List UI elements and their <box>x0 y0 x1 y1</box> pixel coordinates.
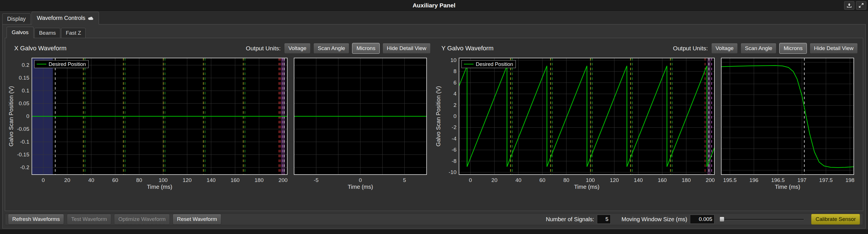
moving-window-size-input[interactable] <box>690 215 714 224</box>
svg-text:-8: -8 <box>452 158 457 164</box>
svg-text:80: 80 <box>563 177 569 183</box>
svg-text:20: 20 <box>64 177 70 183</box>
svg-text:120: 120 <box>610 177 619 183</box>
svg-text:Desired Position: Desired Position <box>49 61 86 67</box>
tab-display-label: Display <box>7 15 26 22</box>
y-voltage-button[interactable]: Voltage <box>711 43 738 54</box>
x-hide-detail-view-button[interactable]: Hide Detail View <box>382 43 431 54</box>
svg-text:0: 0 <box>26 113 29 119</box>
x-galvo-main-chart: 0204060801001201401601802000.20.150.10.0… <box>7 55 289 191</box>
svg-text:100: 100 <box>586 177 595 183</box>
x-scan-angle-button[interactable]: Scan Angle <box>313 43 349 54</box>
y-scan-angle-button[interactable]: Scan Angle <box>741 43 776 54</box>
y-galvo-panel: Y Galvo Waveform Output Units: Voltage S… <box>434 42 859 211</box>
svg-text:Galvo Scan Position (V): Galvo Scan Position (V) <box>435 86 441 146</box>
refresh-waveforms-button[interactable]: Refresh Waveforms <box>8 214 64 225</box>
y-microns-button[interactable]: Microns <box>779 43 807 54</box>
svg-text:8: 8 <box>453 68 457 74</box>
svg-text:100: 100 <box>159 177 168 183</box>
svg-text:196.5: 196.5 <box>771 177 785 183</box>
x-voltage-button[interactable]: Voltage <box>284 43 311 54</box>
slider-track[interactable] <box>719 219 804 220</box>
tab-galvos-label: Galvos <box>12 29 28 36</box>
galvos-page: X Galvo Waveform Output Units: Voltage S… <box>5 38 863 211</box>
y-galvo-header: Y Galvo Waveform Output Units: Voltage S… <box>434 42 859 55</box>
svg-text:180: 180 <box>254 177 264 183</box>
moving-window-slider[interactable] <box>719 216 804 222</box>
svg-text:200: 200 <box>706 177 715 183</box>
svg-text:140: 140 <box>634 177 643 183</box>
number-of-signals-input[interactable] <box>597 215 611 224</box>
svg-text:2: 2 <box>453 102 457 108</box>
svg-text:197: 197 <box>798 177 807 183</box>
svg-text:0.05: 0.05 <box>19 100 29 106</box>
reset-waveform-button[interactable]: Reset Waveform <box>173 214 221 225</box>
y-galvo-detail-chart: 195.5196196.5197197.5198Time (ms) <box>718 55 856 191</box>
y-hide-detail-view-button[interactable]: Hide Detail View <box>810 43 858 54</box>
x-galvo-title: X Galvo Waveform <box>14 45 67 52</box>
tab-beams[interactable]: Beams <box>34 28 60 38</box>
tab-galvos[interactable]: Galvos <box>6 27 34 38</box>
svg-text:-0.05: -0.05 <box>17 126 29 132</box>
svg-text:Galvo Scan Position (V): Galvo Scan Position (V) <box>8 86 14 146</box>
slider-handle[interactable] <box>719 216 724 222</box>
svg-text:-0.1: -0.1 <box>20 139 29 145</box>
waveform-controls-page: Galvos Beams Fast Z X Galvo Waveform Out… <box>2 24 866 229</box>
x-galvo-plots: 0204060801001201401601802000.20.150.10.0… <box>7 55 432 191</box>
titlebar-buttons <box>844 1 866 10</box>
svg-text:120: 120 <box>183 177 192 183</box>
x-galvo-header: X Galvo Waveform Output Units: Voltage S… <box>7 42 432 55</box>
x-galvo-panel: X Galvo Waveform Output Units: Voltage S… <box>7 42 432 211</box>
x-galvo-unit-controls: Output Units: Voltage Scan Angle Microns… <box>246 43 431 54</box>
auxiliary-panel-body: Display Waveform Controls Galvos Beams F… <box>0 11 868 229</box>
calibrate-sensor-button[interactable]: Calibrate Sensor <box>811 214 860 225</box>
expand-icon <box>859 3 864 8</box>
optimize-waveform-button: Optimize Waveform <box>114 214 170 225</box>
svg-text:-4: -4 <box>452 136 457 142</box>
main-tabbar: Display Waveform Controls <box>2 11 866 25</box>
export-button[interactable] <box>844 1 854 10</box>
svg-text:198: 198 <box>845 177 855 183</box>
svg-text:-0.15: -0.15 <box>17 152 29 158</box>
y-galvo-title: Y Galvo Waveform <box>441 45 493 52</box>
sub-tabbar: Galvos Beams Fast Z <box>5 27 863 38</box>
tab-waveform-controls[interactable]: Waveform Controls <box>32 12 99 25</box>
tab-fast-z-label: Fast Z <box>66 30 81 36</box>
svg-text:5: 5 <box>403 177 406 183</box>
x-microns-button[interactable]: Microns <box>352 43 380 54</box>
svg-text:Time (ms): Time (ms) <box>347 184 373 190</box>
svg-text:-6: -6 <box>452 147 457 153</box>
svg-text:-0.2: -0.2 <box>20 164 29 170</box>
svg-text:6: 6 <box>453 79 457 86</box>
x-output-units-label: Output Units: <box>246 45 281 52</box>
y-output-units-label: Output Units: <box>673 45 708 52</box>
svg-text:10: 10 <box>451 57 457 63</box>
svg-text:80: 80 <box>136 177 142 183</box>
y-galvo-unit-controls: Output Units: Voltage Scan Angle Microns… <box>673 43 858 54</box>
svg-text:Desired Position: Desired Position <box>476 61 513 67</box>
svg-text:0: 0 <box>453 113 457 119</box>
footer-toolbar: Refresh Waveforms Test Waveform Optimize… <box>5 213 863 225</box>
svg-text:40: 40 <box>515 177 521 183</box>
svg-text:-10: -10 <box>449 169 457 175</box>
svg-text:0.2: 0.2 <box>22 62 29 68</box>
svg-text:0: 0 <box>469 177 472 183</box>
svg-text:197.5: 197.5 <box>819 177 833 183</box>
svg-text:60: 60 <box>539 177 545 183</box>
svg-text:40: 40 <box>88 177 94 183</box>
svg-text:160: 160 <box>231 177 240 183</box>
tab-fast-z[interactable]: Fast Z <box>61 28 86 38</box>
tab-waveform-controls-label: Waveform Controls <box>37 15 85 21</box>
titlebar[interactable]: Auxiliary Panel <box>0 0 868 11</box>
svg-text:160: 160 <box>658 177 667 183</box>
svg-text:180: 180 <box>682 177 691 183</box>
tab-display[interactable]: Display <box>2 13 31 25</box>
moving-window-size-label: Moving Window Size (ms) <box>621 216 687 223</box>
svg-text:200: 200 <box>278 177 287 183</box>
svg-text:20: 20 <box>491 177 497 183</box>
svg-text:-5: -5 <box>314 177 318 183</box>
expand-window-button[interactable] <box>856 1 866 10</box>
svg-text:0.15: 0.15 <box>19 75 29 81</box>
svg-text:0.1: 0.1 <box>22 88 29 94</box>
svg-text:-2: -2 <box>452 124 457 130</box>
